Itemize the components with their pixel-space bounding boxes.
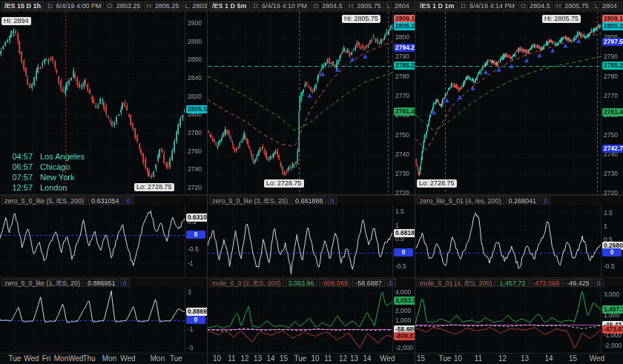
clock-row: 07:57New York: [7, 172, 85, 182]
candlestick-canvas[interactable]: [208, 12, 393, 195]
time-tick-label: Wed: [380, 354, 395, 363]
indicator-axis: 0.5-0.5-10.631050: [185, 205, 207, 277]
symbol-label[interactable]: /ES 1 D 1m: [417, 1, 458, 10]
indicator-label[interactable]: mole_6_0 (2, /ES, 200): [209, 279, 284, 287]
oscillator-canvas[interactable]: [0, 287, 185, 353]
time-tick-label: Wed: [68, 354, 83, 363]
field-value: 2803.25: [116, 2, 141, 10]
clock-city: New York: [40, 172, 74, 182]
time-tick-label: 15: [417, 354, 425, 363]
oscillator-canvas[interactable]: [415, 287, 601, 353]
price-chart[interactable]: 2800279027802770276027502740273027202809…: [208, 12, 415, 195]
time-tick-label: Tue: [439, 354, 452, 363]
axis-tick: 2740: [188, 165, 202, 173]
field-key: O:: [108, 2, 115, 10]
axis-tick: -0.5: [395, 262, 406, 270]
axis-price-bubble: 2805.25: [394, 22, 415, 30]
indicator-value-white: -49.425: [564, 279, 593, 287]
indicator-label[interactable]: zero_lite_5_01 (4, /es, 200): [417, 196, 504, 205]
axis-price-bubble: 0: [186, 231, 205, 239]
oscillator-canvas[interactable]: [208, 205, 393, 277]
axis-price-bubble: 2785.29: [602, 62, 623, 70]
indicator-label[interactable]: zero_5_0_lite (1, /ES, 20): [1, 279, 83, 287]
indicator-value: 0.268041: [506, 196, 540, 205]
time-tick-label: Mon: [151, 354, 165, 363]
axis-tick: 2780: [188, 129, 202, 136]
ohlc-field-high: H: 2805.75: [554, 1, 591, 10]
indicator-pane[interactable]: 31-1-30.886950: [0, 287, 207, 353]
indicator-header: mole_6_0 (2, /ES, 200) 3,063.96 -809.065…: [208, 277, 415, 287]
axis-tick: 2750: [395, 131, 409, 139]
indicator-label[interactable]: zero_5_0_lite (5, /ES, 200): [1, 196, 87, 205]
indicator-value: 0.886951: [85, 279, 119, 287]
symbol-label[interactable]: /ES 1 D 5m: [209, 1, 250, 10]
field-key: L:: [185, 2, 191, 10]
ohlc-field-low: L: 2804: [385, 1, 412, 10]
axis-tick: -3: [188, 344, 194, 351]
hi-label: Hi: 2805.75: [342, 15, 380, 23]
field-value: 2804.5: [530, 2, 550, 10]
indicator-axis: 1.510.5-0.50.268040: [601, 205, 623, 277]
axis-tick: -2,000: [604, 342, 622, 349]
axis-tick: -1: [188, 325, 194, 333]
clock-city: Chicago: [40, 162, 70, 172]
time-tick-label: 15: [569, 354, 577, 363]
axis-tick: 2750: [604, 131, 618, 139]
indicator-zero-value: 0: [120, 279, 130, 287]
indicator-axis: 4,0002,0001,000-1,000-2,0003,063.96-58.6…: [392, 287, 415, 353]
ohlc-field-date: D: 6/4/19 4:10 PM: [251, 1, 310, 10]
oscillator-canvas[interactable]: [0, 205, 185, 277]
indicator-label[interactable]: mole_6_01 (4, /ES, 200): [417, 279, 495, 287]
axis-tick: 2790: [395, 53, 409, 60]
field-key: D:: [461, 2, 468, 10]
chart-header: /ES 15 D 1h D: 6/4/19 4:00 PM O: 2803.25…: [0, 0, 207, 12]
chart-panel-middle: /ES 1 D 5m D: 6/4/19 4:10 PM O: 2804.5 H…: [208, 0, 415, 364]
oscillator-canvas[interactable]: [208, 287, 393, 353]
indicator-zero-value: 0: [328, 196, 337, 205]
oscillator-canvas[interactable]: [415, 205, 601, 277]
indicator-pane[interactable]: 1.510.5-0.50.681890: [208, 205, 415, 277]
indicator-pane[interactable]: 4,0002,0001,000-1,000-2,0003,063.96-58.6…: [208, 287, 415, 353]
candlestick-canvas[interactable]: [415, 12, 601, 195]
axis-tick: 1,000: [395, 317, 411, 324]
time-tick-label: 15: [280, 354, 288, 363]
ohlc-field-date: D: 6/4/19 4:14 PM: [459, 1, 518, 10]
time-tick-label: 12: [240, 354, 248, 363]
symbol-label[interactable]: /ES 15 D 1h: [1, 1, 44, 10]
axis-price-bubble: 0: [602, 248, 622, 257]
axis-price-bubble: 1,457.72: [602, 305, 623, 314]
axis-price-bubble: 2785.29: [394, 62, 415, 70]
indicator-pane[interactable]: 3,0001,000-1,000-2,0001,457.72-49.43-473…: [415, 287, 623, 353]
field-key: D:: [47, 2, 54, 10]
axis-price-bubble: 2805.25: [602, 22, 623, 30]
chart-header: /ES 1 D 1m D: 6/4/19 4:14 PM O: 2804.5 H…: [415, 0, 623, 12]
axis-tick: -2,000: [395, 344, 413, 351]
price-chart[interactable]: 2900288028602840282028002780276027402720…: [0, 12, 207, 195]
axis-tick: 2800: [395, 33, 409, 41]
field-value: 2806.25: [155, 2, 179, 10]
indicator-value-green: 1,457.72: [497, 279, 529, 287]
axis-tick: 2780: [395, 73, 409, 80]
axis-tick: 2770: [395, 92, 409, 99]
axis-price-bubble: -473.07: [602, 325, 623, 334]
indicator-pane[interactable]: 1.510.5-0.50.268040: [415, 205, 623, 277]
time-tick-label: 10: [311, 354, 319, 363]
axis-tick: 2780: [604, 73, 618, 80]
indicator-value-green: 3,063.96: [286, 279, 317, 287]
indicator-pane[interactable]: 0.5-0.5-10.631050: [0, 205, 207, 277]
field-key: L:: [387, 2, 393, 10]
indicator-header: zero_lite_5_01 (4, /es, 200) 0.268041 0: [415, 195, 623, 205]
time-tick-label: 11: [228, 354, 235, 363]
time-tick-label: 10: [454, 354, 462, 363]
axis-tick: 2900: [188, 19, 202, 27]
time-tick-label: 14: [363, 354, 371, 363]
price-chart[interactable]: 2800279027802770276027502740273027202809…: [415, 12, 623, 195]
axis-tick: 2770: [604, 92, 618, 99]
indicator-label[interactable]: zero_5_0_lite (3, /ES, 25): [209, 196, 291, 205]
field-key: D:: [254, 2, 260, 10]
time-tick-label: Wed: [120, 354, 135, 363]
indicator-value-white: -58.6887: [352, 279, 385, 287]
field-key: H:: [146, 2, 153, 10]
field-key: O:: [521, 2, 528, 10]
axis-tick: -1: [188, 259, 194, 267]
